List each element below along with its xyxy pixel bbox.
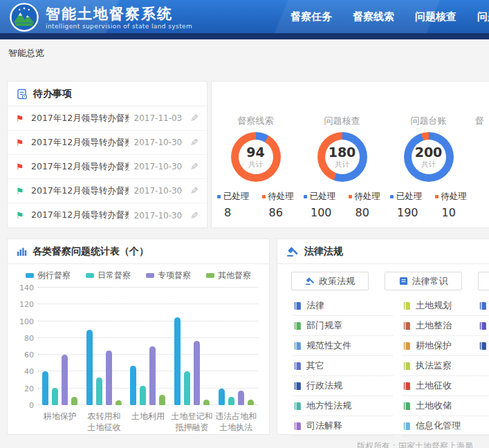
todo-item[interactable]: ⚑2017年12月领导转办督察线索2017-10-30✎	[8, 203, 207, 227]
book-icon	[478, 321, 487, 330]
bar-group	[126, 346, 169, 405]
legend-item[interactable]: 日常督察	[86, 270, 131, 281]
bar-chart-icon	[17, 246, 27, 256]
nav-item-ledger[interactable]: 问题台账	[477, 10, 489, 24]
law-item[interactable]: 耕地保护	[402, 336, 489, 356]
nav-item-tasks[interactable]: 督察任务	[290, 10, 332, 24]
nav-item-clues[interactable]: 督察线索	[353, 10, 394, 24]
law-column-topics: 土地规划土地整治耕地保护执法监察土地征收土地收储信息化管理	[402, 296, 489, 436]
law-item[interactable]: 地方性法规	[293, 396, 393, 416]
law-item[interactable]	[478, 296, 489, 316]
x-axis-label: 土地登记和 抵押融资	[170, 411, 214, 433]
donut-total: 94	[246, 145, 264, 159]
law-item[interactable]: 其它	[293, 356, 393, 376]
legend-item[interactable]: 例行督察	[26, 270, 71, 281]
x-axis-label: 土地利用	[126, 411, 169, 433]
law-item[interactable]: 行政法规	[293, 376, 393, 396]
bar-chart-plot: 020406080100120140	[38, 288, 258, 405]
todo-item-date: 2017-10-30	[134, 186, 183, 196]
book-icon	[478, 301, 487, 310]
legal-knowledge-button[interactable]: 法律常识	[385, 272, 462, 290]
law-item[interactable]: 部门规章	[293, 316, 393, 336]
law-item-label: 法律	[306, 299, 324, 312]
law-item[interactable]: 法律	[293, 296, 393, 316]
policy-regulations-button[interactable]: 政策法规	[291, 272, 369, 290]
brand: 智能土地督察系统 intelligent supervision of stat…	[10, 3, 192, 32]
todo-item[interactable]: ⚑2017年12月领导转办督察线索2017-10-30✎	[8, 131, 207, 155]
flag-icon: ⚑	[16, 211, 26, 220]
todo-item-date: 2017-10-30	[134, 211, 183, 221]
law-item-label: 地方性法规	[306, 400, 351, 412]
edit-pencil-icon[interactable]: ✎	[190, 137, 199, 148]
book-icon	[293, 402, 302, 411]
todo-item-date: 2017-11-03	[134, 113, 183, 123]
book-icon	[402, 301, 411, 310]
bar-例行督察	[86, 330, 93, 405]
law-item[interactable]: 土地整治	[402, 316, 489, 336]
law-item-label: 其它	[306, 360, 324, 372]
todo-list: ⚑2017年12月领导转办督察线索2017-11-03✎⚑2017年12月领导转…	[8, 106, 207, 227]
bar-日常督察	[228, 397, 234, 405]
logo-icon	[10, 3, 39, 32]
bar-专项督察	[62, 355, 68, 405]
y-axis-tick: 100	[13, 317, 34, 326]
law-item[interactable]	[478, 316, 489, 336]
todo-item-text: 2017年12月领导转办督察线索	[31, 185, 129, 197]
edit-pencil-icon[interactable]: ✎	[190, 161, 199, 172]
todo-item[interactable]: ⚑2017年12月领导转办督察线索2017-10-30✎	[8, 155, 207, 179]
law-item[interactable]: 执法监察	[402, 356, 489, 376]
nav-item-verify[interactable]: 问题核查	[415, 10, 456, 24]
book-icon	[402, 402, 411, 411]
bar-group	[38, 355, 82, 405]
donut-total-label: 共计	[248, 160, 263, 169]
todo-item[interactable]: ⚑2017年12月领导转办督察线索2017-11-03✎	[8, 106, 207, 131]
law-item-label: 土地征收	[416, 380, 452, 392]
todo-item-date: 2017-10-30	[134, 162, 183, 171]
donut-total: 200	[415, 145, 443, 159]
donut-total: 180	[329, 145, 356, 159]
law-item[interactable]: 土地征收	[402, 376, 489, 396]
donut-title: 问题核查	[299, 115, 385, 127]
bar-chart-legend: 例行督察日常督察专项督察其他督察	[8, 270, 269, 281]
law-item[interactable]: 土地收储	[402, 396, 489, 416]
donut-pending: 待处理10	[435, 191, 468, 219]
todo-item-date: 2017-10-30	[134, 138, 183, 147]
edit-pencil-icon[interactable]: ✎	[190, 210, 199, 221]
law-item[interactable]: 信息化管理	[402, 416, 489, 436]
donut-ring: 94共计	[231, 132, 281, 182]
donut-chart: 问题台账200共计已处理190待处理10	[386, 115, 471, 219]
book-icon	[478, 342, 487, 351]
legend-item[interactable]: 专项督察	[146, 270, 191, 281]
y-axis-tick: 120	[13, 300, 34, 309]
donut-processed: 已处理100	[304, 191, 336, 219]
law-column-extra	[478, 296, 489, 356]
book-icon	[293, 342, 302, 351]
law-item[interactable]	[478, 336, 489, 356]
flag-icon: ⚑	[16, 187, 26, 196]
edit-pencil-icon[interactable]: ✎	[190, 113, 199, 124]
book-icon	[293, 301, 302, 310]
edit-pencil-icon[interactable]: ✎	[190, 185, 199, 196]
law-item[interactable]: 规范性文件	[293, 336, 393, 356]
todo-panel-title: 待办事项	[33, 88, 72, 100]
app-header: 智能土地督察系统 intelligent supervision of stat…	[0, 0, 489, 39]
law-item[interactable]: 司法解释	[293, 416, 393, 436]
y-axis-tick: 140	[13, 283, 34, 292]
stats-panel: 督察线索94共计已处理8待处理86问题核查180共计已处理100待处理80问题台…	[211, 81, 489, 228]
flag-icon: ⚑	[16, 162, 26, 171]
legend-item[interactable]: 其他督察	[206, 270, 251, 281]
todo-item-text: 2017年12月领导转办督察线索	[31, 137, 129, 149]
bar-其他督察	[71, 397, 77, 405]
donut-pending-value: 86	[262, 206, 295, 219]
law-extra-button[interactable]	[478, 272, 489, 290]
donut-chart: 督已处理175	[472, 115, 489, 219]
y-axis-tick: 60	[13, 351, 34, 360]
bar-专项督察	[194, 341, 200, 406]
donut-chart: 督察线索94共计已处理8待处理86	[213, 115, 298, 219]
bar-chart-title: 各类督察问题统计表（个）	[33, 245, 149, 258]
law-item[interactable]: 土地规划	[402, 296, 489, 316]
donut-title: 督察线索	[213, 115, 298, 127]
donut-title: 问题台账	[386, 115, 471, 127]
todo-item[interactable]: ⚑2017年12月领导转办督察线索2017-10-30✎	[8, 179, 207, 203]
laws-panel-title: 法律法规	[304, 245, 343, 258]
